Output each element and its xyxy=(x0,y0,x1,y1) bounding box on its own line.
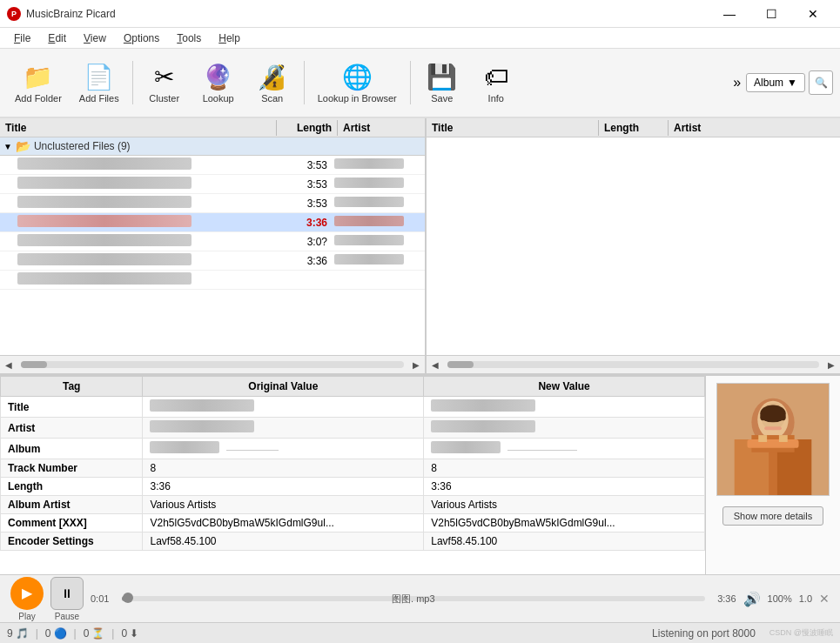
music-note-icon: 🎵 xyxy=(16,627,29,640)
cluster-button[interactable]: ✂ Cluster xyxy=(138,52,191,113)
scan-button[interactable]: 🔏 Scan xyxy=(246,52,299,113)
lookup-browser-icon: 🌐 xyxy=(342,63,373,91)
album-new-line xyxy=(507,450,577,451)
metadata-table-area[interactable]: Tag Original Value New Value Title Artis… xyxy=(0,376,705,574)
tag-name-tracknum: Track Number xyxy=(1,459,143,478)
file-name-cell xyxy=(17,234,273,249)
tag-new-albumartist: Various Artists xyxy=(424,496,705,514)
add-folder-button[interactable]: 📁 Add Folder xyxy=(7,52,70,113)
file-length: 3:53 xyxy=(273,178,334,191)
menu-view[interactable]: View xyxy=(77,30,113,46)
file-artist-blur xyxy=(334,177,404,188)
album-line xyxy=(226,450,279,451)
scroll-right-arrow[interactable]: ▶ xyxy=(407,358,425,372)
titlebar-left: P MusicBrainz Picard xyxy=(7,7,116,21)
meta-row-encoder: Encoder Settings Lavf58.45.100 Lavf58.45… xyxy=(1,532,705,551)
titlebar-controls: — ☐ ✕ xyxy=(709,0,833,28)
tag-new-album xyxy=(424,439,705,459)
tag-orig-comment: V2h5lG5vdCB0byBmaW5kIGdmlG9ul... xyxy=(143,514,424,532)
tag-orig-tracknum: 8 xyxy=(143,459,424,478)
svg-rect-15 xyxy=(779,435,788,442)
progress-handle[interactable] xyxy=(123,593,133,603)
file-name-cell xyxy=(17,253,273,268)
show-more-details-button[interactable]: Show more details xyxy=(722,506,824,526)
svg-rect-11 xyxy=(760,413,786,420)
save-button[interactable]: 💾 Save xyxy=(416,52,468,113)
right-scroll-left-arrow[interactable]: ◀ xyxy=(427,358,444,372)
svg-rect-14 xyxy=(758,435,767,442)
lookup-label: Lookup xyxy=(203,93,234,104)
add-files-button[interactable]: 📄 Add Files xyxy=(71,52,127,113)
meta-row-comment: Comment [XXX] V2h5lG5vdCB0byBmaW5kIGdmlG… xyxy=(1,514,705,532)
info-button[interactable]: 🏷 Info xyxy=(470,52,522,113)
left-panel-scrollbar[interactable]: ◀ ▶ xyxy=(0,355,425,374)
status-message: Listening on port 8000 xyxy=(652,627,756,640)
toolbar-sep-1 xyxy=(132,61,133,104)
file-row[interactable]: 3:53 xyxy=(0,175,425,194)
file-row[interactable]: 3:0? xyxy=(0,232,425,251)
listening-message: Listening on port 8000 xyxy=(652,627,756,640)
right-col-length: Length xyxy=(599,120,669,136)
search-button[interactable]: 🔍 xyxy=(809,70,833,95)
scroll-thumb xyxy=(21,361,47,368)
file-row-selected[interactable]: 3:36 xyxy=(0,213,425,232)
album-new-blur xyxy=(431,441,501,453)
meta-row-album: Album xyxy=(1,439,705,459)
title-new-blur xyxy=(431,399,535,412)
menu-tools[interactable]: Tools xyxy=(170,30,208,46)
cluster-status-icon: 🔵 xyxy=(54,627,67,640)
app-logo: P xyxy=(7,7,21,21)
file-name-blur xyxy=(17,196,192,208)
status-sep-3: | xyxy=(111,627,114,640)
file-name-blur xyxy=(17,234,192,246)
pause-button[interactable]: ⏸ xyxy=(50,577,84,610)
group-arrow-icon: ▼ xyxy=(3,142,12,151)
close-button[interactable]: ✕ xyxy=(793,0,833,28)
file-row[interactable]: 3:53 xyxy=(0,156,425,175)
statusbar: 9 🎵 | 0 🔵 | 0 ⏳ | 0 ⬇ Listening on port … xyxy=(0,622,840,643)
menu-edit[interactable]: Edit xyxy=(41,30,73,46)
right-scroll-right-arrow[interactable]: ▶ xyxy=(823,358,840,372)
left-col-title: Title xyxy=(0,120,277,136)
file-row[interactable]: 3:53 xyxy=(0,194,425,213)
right-scroll-track[interactable] xyxy=(447,361,819,368)
meta-row-title: Title xyxy=(1,397,705,418)
pause-label: Pause xyxy=(55,612,79,621)
minimize-button[interactable]: — xyxy=(709,0,749,28)
volume-icon[interactable]: 🔊 xyxy=(743,591,761,607)
save-icon: 💾 xyxy=(427,63,457,91)
menu-file[interactable]: File xyxy=(7,30,37,46)
menu-options[interactable]: Options xyxy=(117,30,166,46)
toolbar-more-btn[interactable]: » xyxy=(731,73,743,92)
lookup-button[interactable]: 🔮 Lookup xyxy=(192,52,245,113)
scroll-track[interactable] xyxy=(21,361,404,368)
menu-help[interactable]: Help xyxy=(212,30,247,46)
file-artist xyxy=(334,235,421,248)
album-art-image xyxy=(716,383,830,496)
file-row[interactable] xyxy=(0,271,425,290)
tag-orig-albumartist: Various Artists xyxy=(143,496,424,514)
file-row[interactable]: 3:36 xyxy=(0,251,425,271)
status-item-4: 0 ⬇ xyxy=(121,627,138,640)
album-dropdown-arrow: ▼ xyxy=(787,77,797,89)
file-artist-blur xyxy=(334,235,404,245)
group-label: Unclustered Files (9) xyxy=(34,140,131,152)
maximize-button[interactable]: ☐ xyxy=(751,0,791,28)
file-artist-blur xyxy=(334,197,404,207)
right-file-list[interactable] xyxy=(427,137,840,355)
album-mode-dropdown[interactable]: Album ▼ xyxy=(746,73,805,92)
lookup-browser-button[interactable]: 🌐 Lookup in Browser xyxy=(310,52,405,113)
play-button[interactable]: ▶ xyxy=(10,577,44,610)
tag-new-title xyxy=(424,397,705,418)
info-icon: 🏷 xyxy=(484,63,508,91)
file-list[interactable]: ▼ 📂 Unclustered Files (9) 3:53 3:53 3:53 xyxy=(0,137,425,355)
scroll-left-arrow[interactable]: ◀ xyxy=(0,358,17,372)
close-player-button[interactable]: ✕ xyxy=(819,592,830,606)
group-header[interactable]: ▼ 📂 Unclustered Files (9) xyxy=(0,137,425,156)
title-orig-blur xyxy=(150,399,254,412)
status-item-1: 9 🎵 xyxy=(7,627,29,640)
left-panel-header: Title Length Artist xyxy=(0,118,425,137)
right-panel-scrollbar[interactable]: ◀ ▶ xyxy=(427,355,840,374)
meta-row-length: Length 3:36 3:36 xyxy=(1,478,705,496)
tag-new-artist xyxy=(424,418,705,439)
